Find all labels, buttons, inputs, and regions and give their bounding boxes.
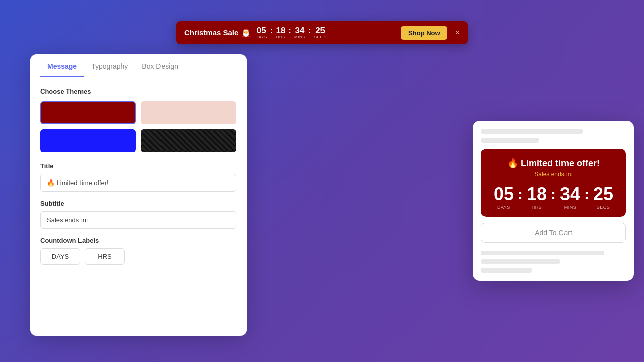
skeleton-line-short — [481, 138, 539, 143]
tab-message[interactable]: Message — [40, 54, 84, 77]
hrs-label-input[interactable] — [85, 248, 125, 265]
tabs: Message Typography Box Design — [30, 54, 247, 77]
subtitle-label: Subtitle — [40, 200, 236, 207]
bar-hrs-block: 18 HRS — [276, 26, 285, 39]
card-mins-num: 34 — [560, 185, 580, 203]
tab-box-design[interactable]: Box Design — [135, 54, 185, 77]
editor-panel: Message Typography Box Design Choose The… — [30, 54, 247, 336]
card-colon-2: : — [551, 186, 556, 203]
preview-card: 🔥 Limited time offer! Sales ends in: 05 … — [473, 121, 634, 281]
card-hrs-block: 18 HRS — [527, 185, 547, 210]
card-days-block: 05 DAYS — [494, 185, 514, 210]
card-mins-block: 34 MINS — [560, 185, 580, 210]
skeleton-sm — [481, 259, 560, 264]
theme-red[interactable] — [40, 101, 136, 124]
bar-colon-1: : — [270, 26, 273, 36]
theme-grid — [40, 101, 236, 152]
bar-colon-2: : — [288, 26, 291, 36]
countdown-labels-group: Countdown Labels — [40, 237, 236, 265]
card-days-num: 05 — [494, 185, 514, 203]
shop-now-button[interactable]: Shop Now — [401, 26, 447, 40]
days-label-input[interactable] — [40, 248, 80, 265]
bar-secs-num: 25 — [315, 26, 325, 35]
card-colon-1: : — [518, 186, 523, 203]
card-offer-title: 🔥 Limited time offer! — [486, 158, 621, 169]
bar-secs-block: 25 SECS — [314, 26, 327, 39]
theme-blue[interactable] — [40, 129, 136, 152]
subtitle-field-group: Subtitle — [40, 200, 236, 229]
bar-mins-block: 34 MINS — [294, 26, 305, 39]
card-hrs-lbl: HRS — [532, 205, 542, 210]
card-secs-block: 25 SECS — [593, 185, 613, 210]
bar-colon-3: : — [308, 26, 311, 36]
close-button[interactable]: × — [455, 28, 460, 37]
announcement-bar: Christmas Sale 🎅 05 DAYS : 18 HRS : 34 M… — [176, 21, 468, 44]
card-skeleton-top — [473, 121, 634, 149]
subtitle-input[interactable] — [40, 211, 236, 229]
title-label: Title — [40, 162, 236, 170]
skeleton-line-long — [481, 129, 583, 134]
skeleton-xs — [481, 268, 532, 273]
bar-timer: 05 DAYS : 18 HRS : 34 MINS : 25 SECS — [256, 26, 327, 40]
panel-content: Choose Themes Title Subtitle Countdown L… — [30, 77, 247, 333]
skeleton-med-1 — [481, 251, 604, 255]
countdown-labels-label: Countdown Labels — [40, 237, 236, 244]
card-colon-3: : — [584, 186, 589, 203]
bar-mins-num: 34 — [295, 26, 305, 35]
theme-pink[interactable] — [141, 101, 236, 124]
add-to-cart-button[interactable]: Add To Cart — [481, 223, 626, 243]
bar-days-block: 05 DAYS — [256, 26, 267, 39]
card-bottom — [473, 249, 634, 281]
card-offer-subtitle: Sales ends in: — [486, 171, 621, 178]
card-secs-lbl: SECS — [597, 205, 610, 210]
bar-hrs-label: HRS — [276, 35, 285, 39]
bar-days-label: DAYS — [256, 35, 267, 39]
title-input[interactable] — [40, 174, 236, 192]
bar-right-section: Shop Now × — [401, 26, 460, 40]
bar-title: Christmas Sale 🎅 — [184, 28, 251, 37]
card-days-lbl: DAYS — [497, 205, 510, 210]
bar-hrs-num: 18 — [276, 26, 285, 35]
bar-days-num: 05 — [257, 26, 266, 35]
tab-typography[interactable]: Typography — [84, 54, 135, 77]
card-timer-row: 05 DAYS : 18 HRS : 34 MINS : 25 SECS — [486, 185, 621, 210]
labels-row — [40, 248, 236, 265]
bar-left-section: Christmas Sale 🎅 05 DAYS : 18 HRS : 34 M… — [184, 26, 327, 40]
card-secs-num: 25 — [593, 185, 613, 203]
card-hrs-num: 18 — [527, 185, 547, 203]
bar-secs-label: SECS — [314, 35, 327, 39]
card-mins-lbl: MINS — [564, 205, 577, 210]
theme-dark[interactable] — [141, 129, 236, 152]
themes-label: Choose Themes — [40, 87, 236, 95]
title-field-group: Title — [40, 162, 236, 192]
bar-mins-label: MINS — [294, 35, 305, 39]
card-countdown-box: 🔥 Limited time offer! Sales ends in: 05 … — [481, 149, 626, 217]
